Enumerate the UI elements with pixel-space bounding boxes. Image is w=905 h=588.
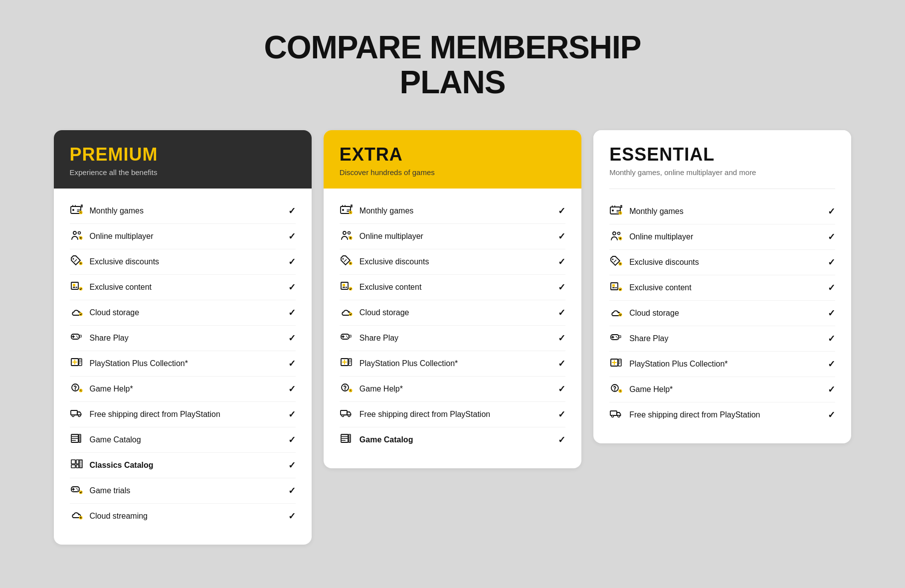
feature-label: Game Catalog — [360, 435, 413, 444]
feature-label: Share Play — [360, 334, 398, 343]
feature-icon — [70, 357, 84, 371]
plan-name-essential: ESSENTIAL — [609, 144, 835, 165]
feature-row: Game Help*✓ — [70, 377, 296, 402]
svg-point-4 — [78, 231, 80, 234]
plan-name-premium: PREMIUM — [70, 144, 296, 165]
feature-icon — [70, 458, 84, 472]
svg-rect-30 — [76, 465, 79, 468]
feature-row: Exclusive content✓ — [609, 275, 835, 301]
feature-label: Free shipping direct from PlayStation — [360, 410, 490, 419]
svg-point-44 — [349, 261, 352, 265]
svg-rect-82 — [618, 359, 621, 366]
svg-rect-29 — [76, 460, 79, 464]
feature-label: Exclusive content — [360, 283, 422, 292]
feature-icon — [70, 306, 84, 320]
plan-name-extra: EXTRA — [340, 144, 565, 165]
feature-checkmark: ✓ — [288, 485, 296, 496]
feature-label: Game Help* — [90, 385, 133, 393]
svg-point-79 — [616, 336, 617, 337]
feature-icon — [340, 382, 354, 396]
feature-row: Game Catalog✓ — [70, 427, 296, 453]
svg-point-76 — [619, 287, 622, 291]
feature-row: PlayStation Plus Collection*✓ — [609, 352, 835, 377]
feature-row: Exclusive discounts✓ — [340, 249, 565, 275]
feature-checkmark: ✓ — [828, 206, 835, 217]
feature-icon — [609, 357, 623, 371]
feature-icon — [70, 331, 84, 345]
feature-label: Game Help* — [360, 385, 403, 393]
svg-rect-85 — [610, 411, 617, 415]
feature-label: Exclusive content — [90, 283, 152, 292]
svg-point-15 — [76, 336, 77, 337]
feature-row: Share Play✓ — [609, 326, 835, 352]
feature-row: Cloud storage✓ — [70, 300, 296, 326]
plans-container: PREMIUMExperience all the benefits Month… — [54, 130, 852, 545]
plan-header-essential: ESSENTIALMonthly games, online multiplay… — [593, 130, 851, 189]
plan-header-premium: PREMIUMExperience all the benefits — [54, 130, 312, 189]
feature-icon — [340, 331, 354, 345]
feature-checkmark: ✓ — [828, 333, 835, 344]
svg-rect-18 — [79, 359, 82, 366]
svg-point-16 — [77, 337, 78, 338]
svg-rect-21 — [71, 410, 77, 415]
plan-card-premium: PREMIUMExperience all the benefits Month… — [54, 130, 312, 545]
feature-row: PlayStation Plus Collection*✓ — [340, 351, 565, 377]
svg-point-70 — [612, 258, 614, 260]
feature-row: Game Help*✓ — [609, 377, 835, 402]
feature-row: Game Help*✓ — [340, 377, 565, 402]
feature-checkmark: ✓ — [288, 307, 296, 318]
svg-point-6 — [72, 258, 74, 259]
svg-rect-55 — [349, 359, 352, 366]
feature-label: Cloud streaming — [90, 512, 148, 521]
feature-row: Free shipping direct from PlayStation✓ — [70, 402, 296, 427]
plan-features-extra: Monthly games✓ Online multiplayer✓ Exclu… — [324, 189, 581, 468]
feature-label: Monthly games — [90, 206, 144, 215]
feature-icon — [70, 255, 84, 269]
svg-point-68 — [618, 232, 620, 234]
feature-row: Monthly games✓ — [70, 198, 296, 224]
svg-rect-27 — [71, 460, 75, 464]
feature-row: Share Play✓ — [340, 326, 565, 351]
feature-row: Exclusive content✓ — [340, 275, 565, 300]
svg-point-86 — [612, 415, 614, 417]
svg-rect-74 — [612, 287, 615, 288]
feature-row: Cloud storage✓ — [340, 300, 565, 326]
feature-checkmark: ✓ — [288, 409, 296, 420]
feature-icon — [609, 383, 623, 396]
feature-icon — [340, 433, 354, 447]
feature-label: Game trials — [90, 486, 131, 495]
plan-tagline-extra: Discover hundreds of games — [340, 168, 565, 177]
feature-icon — [609, 306, 623, 320]
feature-row: Online multiplayer✓ — [70, 224, 296, 249]
svg-point-23 — [78, 414, 80, 416]
feature-checkmark: ✓ — [558, 205, 565, 216]
feature-checkmark: ✓ — [558, 231, 565, 242]
feature-icon — [70, 229, 84, 243]
feature-icon — [340, 229, 354, 243]
svg-rect-73 — [612, 284, 615, 287]
svg-rect-58 — [341, 410, 347, 415]
plan-tagline-essential: Monthly games, online multiplayer and mo… — [609, 168, 835, 177]
feature-label: Cloud storage — [360, 308, 409, 317]
feature-checkmark: ✓ — [288, 205, 296, 216]
feature-icon — [340, 357, 354, 371]
feature-checkmark: ✓ — [828, 308, 835, 319]
svg-point-41 — [348, 231, 350, 234]
feature-icon — [340, 255, 354, 269]
svg-point-60 — [348, 414, 350, 416]
svg-point-77 — [619, 313, 622, 316]
feature-checkmark: ✓ — [558, 409, 565, 420]
feature-row: Online multiplayer✓ — [340, 224, 565, 249]
page-title: COMPARE MEMBERSHIP PLANS — [264, 30, 641, 100]
feature-icon — [70, 407, 84, 421]
feature-row: Monthly games✓ — [340, 198, 565, 224]
feature-icon — [609, 408, 623, 422]
feature-row: Free shipping direct from PlayStation✓ — [609, 402, 835, 427]
feature-label: Classics Catalog — [90, 461, 154, 470]
svg-point-71 — [619, 262, 622, 265]
svg-rect-48 — [346, 287, 347, 288]
feature-label: Free shipping direct from PlayStation — [90, 410, 220, 419]
svg-point-34 — [77, 489, 78, 490]
feature-icon — [70, 433, 84, 447]
feature-checkmark: ✓ — [828, 257, 835, 268]
